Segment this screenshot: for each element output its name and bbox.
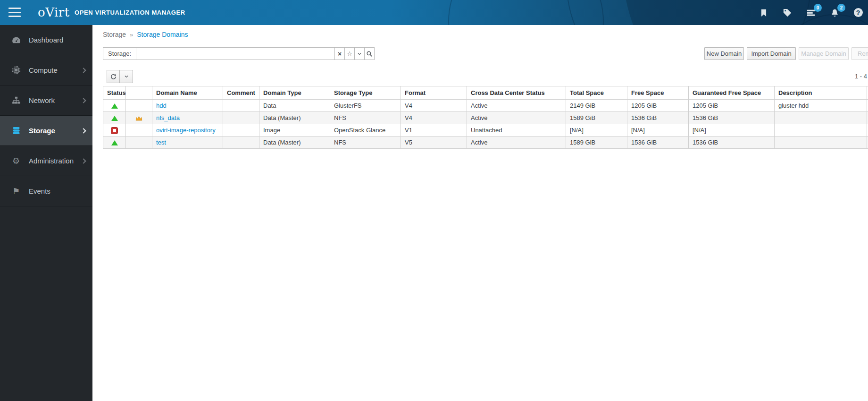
- col-guaranteed-free-space[interactable]: Guaranteed Free Space: [689, 86, 775, 100]
- new-domain-button[interactable]: New Domain: [704, 47, 744, 60]
- sidebar-item-label: Events: [29, 187, 50, 195]
- chevron-right-icon: [81, 158, 86, 163]
- search-favorite-button[interactable]: ☆: [345, 47, 355, 60]
- master-crown-icon: [135, 116, 142, 121]
- gear-icon: ⚙: [11, 156, 21, 166]
- chevron-down-icon: [124, 74, 129, 79]
- main-content: Storage » Storage Domains Storage: × ☆ N…: [92, 25, 868, 401]
- col-format[interactable]: Format: [401, 86, 467, 100]
- domain-link[interactable]: test: [156, 139, 166, 146]
- col-status[interactable]: Status: [103, 86, 126, 100]
- refresh-dropdown-button[interactable]: [120, 70, 133, 83]
- remove-domain-button: Remove: [851, 47, 868, 60]
- chevron-right-icon: [81, 98, 86, 103]
- sidebar-item-label: Dashboard: [29, 36, 63, 44]
- clear-icon: ×: [338, 51, 342, 57]
- sidebar-item-label: Storage: [29, 127, 55, 135]
- status-up-icon: [111, 103, 118, 109]
- table-row[interactable]: test Data (Master) NFS V5 Active 1589 Gi…: [103, 137, 868, 149]
- menu-toggle-button[interactable]: [8, 7, 22, 18]
- ovirt-logo[interactable]: oVirt: [38, 4, 70, 20]
- refresh-icon: [110, 73, 117, 80]
- domain-link[interactable]: ovirt-image-repository: [156, 127, 216, 134]
- col-master-icon[interactable]: [126, 86, 152, 100]
- search-input[interactable]: [136, 48, 334, 60]
- table-row[interactable]: ovirt-image-repository Image OpenStack G…: [103, 124, 868, 137]
- sidebar-item-dashboard[interactable]: Dashboard: [0, 25, 92, 55]
- database-icon: [11, 126, 21, 136]
- manage-domain-button: Manage Domain: [799, 47, 849, 60]
- status-unattached-icon: [111, 128, 117, 134]
- search-icon: [366, 51, 373, 57]
- sidebar-item-label: Compute: [29, 66, 58, 74]
- col-cross-dc-status[interactable]: Cross Data Center Status: [467, 86, 566, 100]
- gauge-icon: [11, 35, 21, 45]
- sidebar-nav: Dashboard Compute Network: [0, 25, 92, 401]
- domain-link[interactable]: hdd: [156, 102, 167, 109]
- storage-domains-table: Status Domain Name Comment Domain Type S…: [103, 86, 868, 149]
- col-domain-type[interactable]: Domain Type: [259, 86, 330, 100]
- tasks-badge: 0: [814, 4, 822, 12]
- breadcrumb-storage-link[interactable]: Storage: [103, 31, 126, 38]
- col-storage-type[interactable]: Storage Type: [330, 86, 401, 100]
- col-description[interactable]: Description: [775, 86, 867, 100]
- sidebar-item-network[interactable]: Network: [0, 85, 92, 116]
- refresh-button-group: [107, 70, 133, 83]
- search-clear-button[interactable]: ×: [335, 47, 345, 60]
- chip-icon: [11, 66, 21, 75]
- star-icon: ☆: [347, 50, 352, 57]
- help-icon[interactable]: ?: [853, 8, 863, 18]
- col-free-space[interactable]: Free Space: [627, 86, 689, 100]
- alerts-badge: 2: [837, 4, 845, 12]
- sidebar-item-events[interactable]: ⚑ Events: [0, 176, 92, 206]
- network-icon: [11, 96, 21, 105]
- product-title: OPEN VIRTUALIZATION MANAGER: [75, 9, 185, 16]
- search-scope-label: Storage:: [103, 48, 136, 60]
- breadcrumb: Storage » Storage Domains: [103, 31, 188, 38]
- sidebar-item-storage[interactable]: Storage: [0, 116, 92, 146]
- search-bar: Storage: × ☆: [103, 47, 375, 60]
- bookmark-icon[interactable]: [759, 8, 769, 18]
- flag-icon: ⚑: [11, 187, 21, 196]
- import-domain-button[interactable]: Import Domain: [747, 47, 796, 60]
- table-row[interactable]: nfs_data Data (Master) NFS V4 Active 158…: [103, 112, 868, 124]
- refresh-button[interactable]: [107, 70, 120, 83]
- table-header-row: Status Domain Name Comment Domain Type S…: [103, 86, 868, 100]
- chevron-right-icon: [81, 128, 86, 133]
- status-up-icon: [111, 116, 118, 121]
- search-dropdown-button[interactable]: [355, 47, 365, 60]
- col-comment[interactable]: Comment: [223, 86, 259, 100]
- status-up-icon: [111, 140, 118, 145]
- chevron-down-icon: [357, 51, 362, 57]
- breadcrumb-current-link[interactable]: Storage Domains: [137, 31, 188, 38]
- sidebar-item-label: Network: [29, 96, 55, 104]
- domain-link[interactable]: nfs_data: [156, 114, 180, 121]
- breadcrumb-separator: »: [130, 31, 133, 38]
- pagination-counter: 1 - 4: [855, 73, 868, 80]
- sidebar-item-compute[interactable]: Compute: [0, 55, 92, 85]
- sidebar-item-label: Administration: [29, 157, 74, 165]
- col-domain-name[interactable]: Domain Name: [152, 86, 223, 100]
- col-total-space[interactable]: Total Space: [566, 86, 627, 100]
- chevron-right-icon: [81, 68, 86, 73]
- table-row[interactable]: hdd Data GlusterFS V4 Active 2149 GiB 12…: [103, 100, 868, 112]
- search-box: Storage:: [103, 47, 335, 60]
- sidebar-item-administration[interactable]: ⚙ Administration: [0, 146, 92, 176]
- bell-icon[interactable]: 2: [829, 8, 840, 18]
- tags-icon[interactable]: [782, 8, 793, 18]
- masthead-icon-bar: 0 2 ?: [759, 0, 866, 25]
- masthead: oVirt OPEN VIRTUALIZATION MANAGER 0 2: [0, 0, 868, 25]
- search-submit-button[interactable]: [365, 47, 375, 60]
- tasks-icon[interactable]: 0: [806, 8, 816, 18]
